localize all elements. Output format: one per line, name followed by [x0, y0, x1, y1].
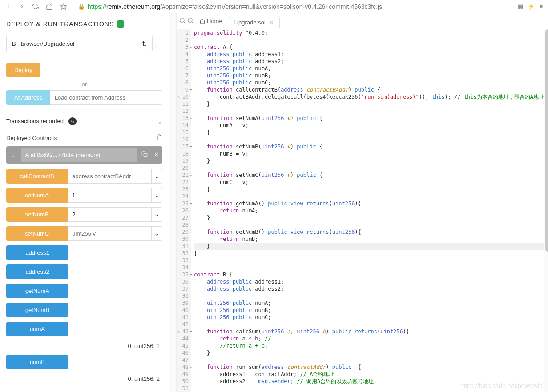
- fn-address1: address1: [6, 245, 162, 260]
- lock-icon: 🔒: [78, 3, 85, 10]
- svg-rect-1: [144, 153, 147, 157]
- fn-button-getNumB[interactable]: getNumB: [6, 303, 68, 317]
- close-icon[interactable]: ✕: [152, 149, 161, 160]
- fn-button-setNumB[interactable]: setNumB: [6, 207, 68, 222]
- fn-numA: numA: [6, 322, 162, 336]
- fn-button-address2[interactable]: address2: [6, 264, 68, 279]
- chevron-down-icon[interactable]: ⌄: [152, 169, 162, 184]
- zoom-out-icon[interactable]: [179, 17, 185, 25]
- page-url: https://remix.ethereum.org/#optimize=fal…: [88, 3, 382, 10]
- line-gutter: 1234567891011121314151617181920212223242…: [180, 29, 191, 392]
- chevron-down-icon[interactable]: ⌄: [152, 226, 162, 241]
- at-address-input[interactable]: [50, 90, 162, 105]
- fn-button-setNumA[interactable]: setNumA: [6, 188, 68, 203]
- deploy-run-panel: DEPLOY & RUN TRANSACTIONS B - browser/Up…: [0, 13, 169, 392]
- tx-recorded-header[interactable]: Transactions recorded: 6 ⌄: [6, 113, 162, 130]
- fn-button-numA[interactable]: numA: [6, 322, 68, 336]
- file-tab[interactable]: Upgrade.sol ✕: [229, 16, 280, 28]
- copy-icon[interactable]: [140, 149, 149, 160]
- fn-input-setNumB[interactable]: [68, 207, 152, 222]
- address-bar[interactable]: 🔒 https://remix.ethereum.org/#optimize=f…: [74, 2, 511, 12]
- or-label: or: [6, 81, 162, 88]
- editor-toolbar: Home Upgrade.sol ✕: [177, 13, 548, 29]
- fn-callContractB: callContractB⌄: [6, 169, 162, 184]
- home-icon[interactable]: [46, 3, 53, 10]
- fn-input-setNumC[interactable]: [68, 226, 152, 241]
- fn-address2: address2: [6, 264, 162, 279]
- zoom-in-icon[interactable]: [187, 17, 193, 25]
- chevron-down-icon[interactable]: ⌄: [157, 118, 162, 125]
- forward-icon[interactable]: [19, 4, 25, 10]
- fn-result-numA: 0: uint256: 1: [6, 341, 162, 355]
- chevron-updown-icon: ⇅: [142, 40, 147, 47]
- fn-button-address1[interactable]: address1: [6, 245, 68, 260]
- deployed-contracts-header: Deployed Contracts: [6, 130, 162, 146]
- svg-marker-0: [60, 4, 66, 9]
- scroll-thumb[interactable]: [545, 29, 548, 252]
- fn-setNumC: setNumC⌄: [6, 226, 162, 241]
- star-icon[interactable]: [60, 3, 67, 10]
- at-address-button[interactable]: At Address: [6, 90, 50, 105]
- trash-icon[interactable]: [156, 134, 162, 142]
- svg-line-6: [192, 22, 193, 23]
- fn-getNumA: getNumA: [6, 284, 162, 298]
- resize-handle[interactable]: [169, 13, 177, 392]
- deploy-button[interactable]: Deploy: [6, 63, 40, 77]
- panel-title: DEPLOY & RUN TRANSACTIONS: [6, 20, 162, 28]
- fn-numB: numB: [6, 355, 162, 369]
- fn-button-numB[interactable]: numB: [6, 355, 68, 369]
- chevron-down-icon[interactable]: ⌄: [152, 207, 162, 222]
- fn-button-getNumA[interactable]: getNumA: [6, 284, 68, 298]
- back-icon[interactable]: [5, 4, 12, 10]
- bolt-icon[interactable]: ⚡: [528, 3, 535, 10]
- browser-right-icons: ▦ ⚡ ≡: [518, 3, 543, 10]
- fn-result-numB: 0: uint256: 2: [6, 374, 162, 388]
- fn-setNumB: setNumB⌄: [6, 207, 162, 222]
- contract-select[interactable]: B - browser/Upgrade.sol ⇅: [6, 36, 153, 52]
- chevron-down-icon[interactable]: ⌄: [152, 188, 162, 203]
- browser-toolbar: 🔒 https://remix.ethereum.org/#optimize=f…: [0, 0, 548, 13]
- fn-getNumB: getNumB: [6, 303, 162, 317]
- qr-icon[interactable]: ▦: [518, 3, 523, 10]
- fn-input-callContractB[interactable]: [68, 169, 152, 184]
- close-tab-icon[interactable]: ✕: [269, 19, 274, 26]
- reload-icon[interactable]: [32, 3, 39, 10]
- svg-line-3: [184, 22, 185, 23]
- doc-icon[interactable]: [117, 20, 124, 28]
- home-tab[interactable]: Home: [195, 18, 227, 24]
- fn-input-setNumA[interactable]: [68, 188, 152, 203]
- fn-button-setNumC[interactable]: setNumC: [6, 226, 68, 241]
- menu-icon[interactable]: ≡: [539, 3, 543, 10]
- contract-name: A at 0x692...77b3A (memory): [21, 148, 137, 162]
- fn-button-callContractB[interactable]: callContractB: [6, 169, 68, 184]
- code-area[interactable]: pragma solidity ^0.4.0; contract A { add…: [191, 29, 544, 392]
- editor: Home Upgrade.sol ✕ ⚠⚠ 123456789101112131…: [177, 13, 548, 392]
- fn-setNumA: setNumA⌄: [6, 188, 162, 203]
- scrollbar[interactable]: [544, 29, 548, 392]
- warning-gutter: ⚠⚠: [177, 29, 180, 392]
- chevron-down-icon[interactable]: ⌄: [8, 152, 18, 158]
- info-icon[interactable]: i: [155, 43, 157, 50]
- contract-instance: ⌄ A at 0x692...77b3A (memory) ✕: [6, 146, 162, 164]
